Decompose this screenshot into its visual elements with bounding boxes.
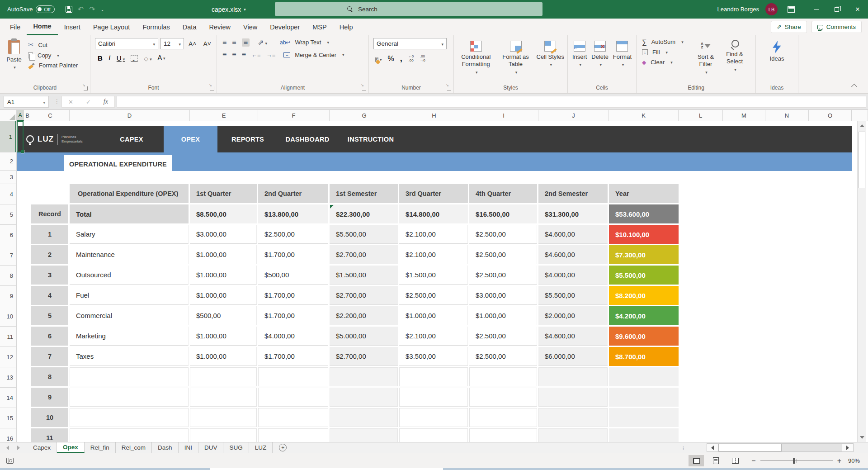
column-header-M[interactable]: M: [723, 110, 765, 121]
percent-style-button[interactable]: %: [388, 55, 394, 63]
record-cell[interactable]: 9: [31, 388, 68, 407]
row-header-12[interactable]: 12: [0, 347, 16, 367]
record-cell[interactable]: 8: [31, 367, 68, 386]
record-cell[interactable]: 11: [31, 428, 68, 442]
tab-overflow-icon[interactable]: ⁞: [683, 446, 684, 451]
horizontal-scrollbar[interactable]: [707, 443, 854, 452]
row-header-7[interactable]: 7: [0, 245, 16, 266]
empty-cell[interactable]: [469, 367, 537, 386]
column-header-D[interactable]: D: [70, 110, 190, 121]
empty-cell[interactable]: [258, 388, 328, 407]
empty-year-cell[interactable]: [609, 428, 679, 442]
scroll-up-icon[interactable]: [858, 121, 867, 130]
item-label-cell[interactable]: Total: [70, 204, 189, 223]
save-icon[interactable]: [66, 6, 72, 13]
share-button[interactable]: ⇗Share: [771, 21, 807, 33]
scroll-down-icon[interactable]: [858, 433, 867, 442]
row-header-5[interactable]: 5: [0, 204, 16, 225]
record-cell[interactable]: 10: [31, 408, 68, 427]
ribbon-tab-insert[interactable]: Insert: [58, 19, 87, 35]
ribbon-tab-page-layout[interactable]: Page Layout: [87, 19, 136, 35]
font-name-select[interactable]: Calibri: [95, 38, 158, 49]
row-header-16[interactable]: 16: [0, 428, 16, 442]
copy-button[interactable]: Copy: [28, 52, 78, 59]
ribbon-tab-file[interactable]: File: [4, 19, 27, 35]
row-header-10[interactable]: 10: [0, 306, 16, 327]
prev-sheet-icon[interactable]: [6, 446, 9, 450]
value-cell[interactable]: $31.300,00: [538, 204, 608, 223]
sheet-tab-rel_com[interactable]: Rel_com: [116, 442, 152, 453]
comma-style-button[interactable]: ,: [400, 54, 402, 63]
value-cell[interactable]: $1.500,00: [399, 266, 468, 285]
record-cell[interactable]: 5: [31, 306, 68, 325]
column-header-G[interactable]: G: [330, 110, 399, 121]
empty-cell[interactable]: [70, 428, 189, 442]
value-cell[interactable]: $2.100,00: [399, 225, 468, 244]
value-cell[interactable]: $2.100,00: [399, 327, 468, 346]
underline-button[interactable]: U: [117, 54, 125, 62]
orientation-button[interactable]: ⇗: [258, 38, 267, 47]
empty-cell[interactable]: [399, 388, 468, 407]
value-cell[interactable]: $3.500,00: [399, 347, 468, 366]
empty-cell[interactable]: [469, 428, 537, 442]
year-value-cell[interactable]: $7.300,00: [609, 245, 679, 264]
row-header-11[interactable]: 11: [0, 327, 16, 347]
value-cell[interactable]: $5.500,00: [538, 286, 608, 305]
ribbon-tab-home[interactable]: Home: [27, 19, 57, 35]
value-cell[interactable]: $4.600,00: [538, 225, 608, 244]
empty-cell[interactable]: [330, 428, 398, 442]
sheet-tab-ini[interactable]: INI: [179, 442, 198, 453]
value-cell[interactable]: $14.800,00: [399, 204, 468, 223]
empty-cell[interactable]: [258, 428, 328, 442]
decrease-font-icon[interactable]: A˅: [201, 40, 214, 47]
year-value-cell[interactable]: $5.500,00: [609, 266, 679, 285]
year-value-cell[interactable]: $4.200,00: [609, 306, 679, 325]
autosave-toggle[interactable]: AutoSave Off: [7, 5, 55, 13]
clear-button[interactable]: ◆Clear: [642, 59, 692, 66]
formula-input[interactable]: [117, 96, 866, 108]
page-layout-view-button[interactable]: [708, 455, 723, 466]
record-cell[interactable]: 3: [31, 266, 68, 285]
item-label-cell[interactable]: Fuel: [70, 286, 189, 305]
record-cell[interactable]: 1: [31, 225, 68, 244]
empty-cell[interactable]: [258, 408, 328, 427]
align-left-button[interactable]: ≡: [222, 51, 226, 58]
value-cell[interactable]: $2.500,00: [469, 347, 537, 366]
empty-cell[interactable]: [538, 388, 608, 407]
empty-cell[interactable]: [70, 408, 189, 427]
value-cell[interactable]: $1.000,00: [190, 245, 257, 264]
year-value-cell[interactable]: $8.700,00: [609, 347, 679, 366]
fill-button[interactable]: ↓Fill: [642, 49, 692, 56]
redo-icon[interactable]: ↷: [89, 6, 95, 13]
row-header-3[interactable]: 3: [0, 171, 16, 184]
font-color-button[interactable]: A: [158, 54, 165, 62]
value-cell[interactable]: $1.000,00: [190, 286, 257, 305]
year-value-cell[interactable]: $8.200,00: [609, 286, 679, 305]
vertical-scroll-thumb[interactable]: [859, 132, 865, 188]
value-cell[interactable]: $5.500,00: [330, 225, 398, 244]
value-cell[interactable]: $6.000,00: [538, 347, 608, 366]
value-cell[interactable]: $2.000,00: [538, 306, 608, 325]
value-cell[interactable]: $2.500,00: [469, 245, 537, 264]
value-cell[interactable]: $2.700,00: [330, 245, 398, 264]
value-cell[interactable]: $5.000,00: [330, 327, 398, 346]
record-cell[interactable]: 4: [31, 286, 68, 305]
item-label-cell[interactable]: Outsourced: [70, 266, 189, 285]
customize-qat-icon[interactable]: ⌄: [101, 7, 104, 12]
row-header-6[interactable]: 6: [0, 225, 16, 245]
value-cell[interactable]: $1.700,00: [258, 347, 328, 366]
empty-cell[interactable]: [258, 367, 328, 386]
wrap-text-button[interactable]: ab↩Wrap Text: [280, 39, 329, 46]
empty-cell[interactable]: [538, 367, 608, 386]
vertical-scrollbar[interactable]: [857, 121, 866, 442]
scroll-right-icon[interactable]: [842, 444, 853, 451]
fill-color-button[interactable]: ◇: [144, 54, 152, 62]
confirm-entry-icon[interactable]: ✓: [86, 99, 91, 105]
value-cell[interactable]: $2.500,00: [258, 225, 328, 244]
sheet-grid[interactable]: 12345678910111213141516 LUZ PlanilhasEmp…: [0, 121, 868, 442]
record-cell[interactable]: 7: [31, 347, 68, 366]
row-header-4[interactable]: 4: [0, 184, 16, 204]
value-cell[interactable]: $1.700,00: [258, 245, 328, 264]
banner-tab-capex[interactable]: CAPEX: [99, 126, 164, 152]
record-cell[interactable]: Record: [31, 204, 68, 223]
